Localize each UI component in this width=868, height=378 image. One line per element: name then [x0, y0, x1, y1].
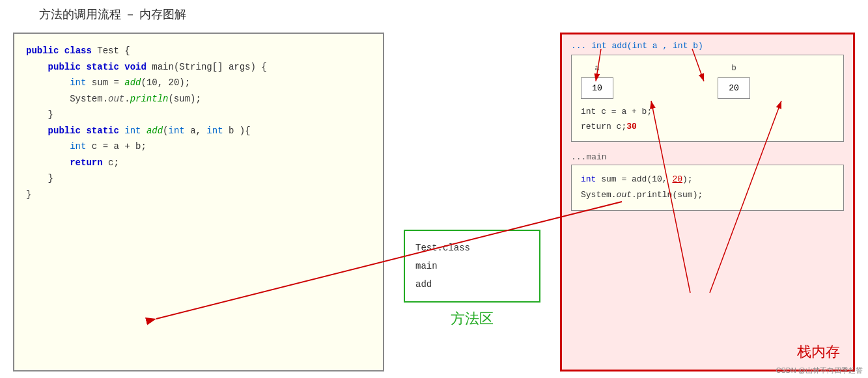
param-a: a 10: [581, 62, 613, 99]
method-area-wrapper: Test.class main add 方法区: [391, 33, 553, 371]
param-b: b 20: [718, 62, 750, 99]
add-frame-header-text: ... int add(int a , int b): [571, 41, 844, 51]
param-b-label: b: [731, 62, 736, 76]
title-bar: 方法的调用流程 － 内存图解: [0, 0, 868, 26]
main-frame: int sum = add(10, 20); System.out.printl…: [571, 165, 844, 211]
method-box: Test.class main add: [404, 230, 540, 303]
main-line2: System.out.println(sum);: [581, 187, 834, 204]
add-frame: a 10 b 20 int c = a + b; return c;30: [571, 55, 844, 142]
method-main: main: [415, 257, 529, 275]
param-b-value: 20: [718, 77, 750, 99]
stack-panel: ... int add(int a , int b) a 10 b 20 int…: [560, 33, 855, 371]
code-panel: public class Test { public static void m…: [13, 33, 384, 371]
watermark: CSDN @山林不向四季起誓: [776, 366, 863, 375]
param-a-value: 10: [581, 77, 613, 99]
method-class: Test.class: [415, 239, 529, 257]
method-add: add: [415, 275, 529, 293]
add-header-text: ... int add(int a , int b): [571, 41, 703, 51]
add-body-line1: int c = a + b;: [581, 104, 834, 119]
main-frame-header-text: ...main: [571, 152, 844, 162]
add-body-line2: return c;30: [581, 119, 834, 134]
page-title: 方法的调用流程 － 内存图解: [39, 8, 186, 21]
param-a-label: a: [595, 62, 599, 76]
stack-label: 栈内存: [797, 342, 840, 362]
method-area-label: 方法区: [451, 305, 494, 332]
main-line1: int sum = add(10, 20);: [581, 172, 834, 188]
add-return-value: 30: [626, 122, 637, 131]
